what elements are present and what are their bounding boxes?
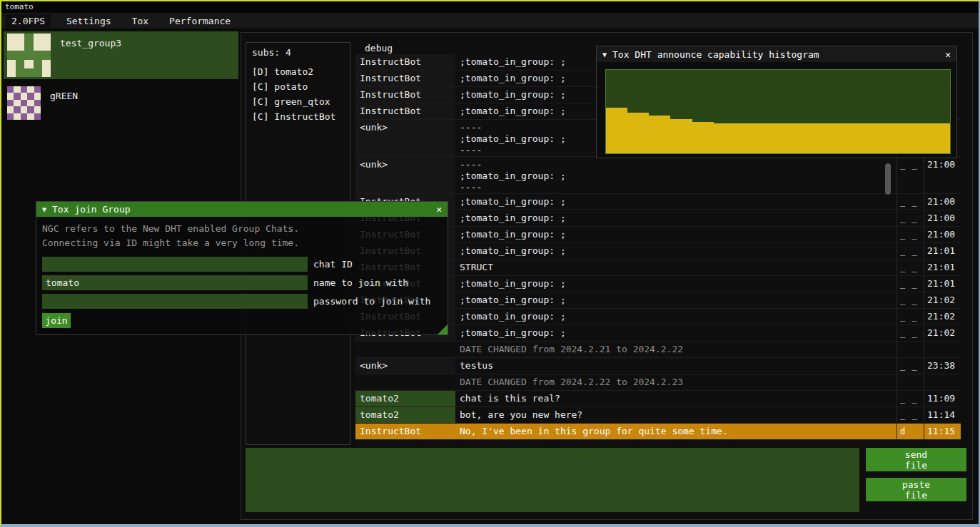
message-author: InstructBot xyxy=(355,54,455,70)
message-time: 11:09 xyxy=(924,391,961,406)
message-row[interactable]: InstructBot No, I've been in this group … xyxy=(355,424,961,440)
message-time: 21:01 xyxy=(924,243,961,259)
group-name: gREEN xyxy=(50,86,78,101)
date-row-flags-spacer xyxy=(896,342,924,357)
message-time: 21:01 xyxy=(924,260,961,275)
message-flags: _ _ xyxy=(896,227,924,242)
message-time: 11:15 xyxy=(924,424,961,439)
message-author: <unk> xyxy=(355,358,455,374)
message-row[interactable]: tomato2 bot, are you new here? _ _ 11:14 xyxy=(355,407,961,424)
message-flags: _ _ xyxy=(896,407,924,423)
message-author: tomato2 xyxy=(355,391,455,406)
date-row-flags-spacer xyxy=(896,374,924,390)
message-flags: _ _ xyxy=(896,276,924,292)
group-list-item[interactable]: test_group3 xyxy=(4,31,238,79)
histogram-bar xyxy=(735,123,757,153)
join-name-label: name to join with xyxy=(313,275,408,290)
subs-header: subs: 4 xyxy=(246,43,350,64)
histogram-bar xyxy=(670,119,692,153)
chat-scrollbar[interactable] xyxy=(885,163,891,195)
chat-id-label: chat ID xyxy=(313,257,353,272)
histogram-window-title: Tox DHT announce capability histogram xyxy=(612,49,939,60)
message-text: bot, are you new here? xyxy=(455,407,896,423)
message-time: 21:00 xyxy=(924,157,961,193)
histogram-bar xyxy=(864,123,886,153)
message-time: 21:00 xyxy=(924,194,961,210)
histogram-bar xyxy=(778,123,799,153)
histogram-bar xyxy=(799,123,821,153)
collapse-arrow-icon[interactable]: ▼ xyxy=(42,205,46,213)
window-title: tomato xyxy=(5,2,34,11)
histogram-bar xyxy=(757,123,778,153)
message-row[interactable]: <unk> testus _ _ 23:38 xyxy=(355,358,961,374)
subs-list-item[interactable]: [D] tomato2 xyxy=(246,64,350,79)
message-input[interactable] xyxy=(246,448,859,512)
collapse-arrow-icon[interactable]: ▼ xyxy=(602,51,607,58)
paste-file-button[interactable]: paste file xyxy=(866,478,966,501)
date-row-time-spacer xyxy=(924,342,961,357)
message-time: 21:02 xyxy=(924,309,961,324)
message-text: ;tomato_in_group: ; xyxy=(455,309,896,324)
message-time: 21:00 xyxy=(924,227,961,242)
message-author: InstructBot xyxy=(355,71,455,86)
join-window-titlebar[interactable]: ▼ Tox join Group ✕ xyxy=(36,202,448,217)
chat-id-input[interactable] xyxy=(42,257,308,272)
histogram-bar xyxy=(606,108,627,153)
group-avatar xyxy=(7,34,51,77)
message-row[interactable]: tomato2 chat is this real? _ _ 11:09 xyxy=(355,391,961,407)
message-text: ;tomato_in_group: ; xyxy=(455,325,896,341)
histogram-bar xyxy=(929,123,950,153)
join-password-input[interactable] xyxy=(42,294,308,309)
window-titlebar: tomato xyxy=(1,1,979,13)
histogram-bar xyxy=(886,123,907,153)
send-file-button[interactable]: send file xyxy=(866,448,966,471)
menu-performance[interactable]: Performance xyxy=(161,14,239,28)
message-flags: _ _ xyxy=(896,391,924,406)
date-row-spacer xyxy=(355,342,455,357)
message-text: testus xyxy=(455,358,896,374)
join-name-input[interactable]: tomato xyxy=(42,275,308,290)
message-author: InstructBot xyxy=(355,87,455,103)
message-text: ---- ;tomato_in_group: ; ---- xyxy=(455,157,896,193)
join-window-body: NGC refers to the New DHT enabled Group … xyxy=(36,217,448,328)
message-time: 21:02 xyxy=(924,325,961,341)
message-time: 11:14 xyxy=(924,407,961,423)
join-group-window: ▼ Tox join Group ✕ NGC refers to the New… xyxy=(36,201,448,335)
group-list-item[interactable]: gREEN xyxy=(4,84,238,122)
histogram-window: ▼ Tox DHT announce capability histogram … xyxy=(596,46,957,158)
group-avatar xyxy=(7,86,41,120)
group-name: test_group3 xyxy=(60,34,121,48)
message-flags: _ _ xyxy=(896,243,924,259)
message-text: No, I've been in this group for quite so… xyxy=(455,424,896,439)
app-window: tomato 2.0FPS Settings Tox Performance t… xyxy=(0,0,980,527)
message-time: 21:02 xyxy=(924,292,961,308)
subs-list-item[interactable]: [C] potato xyxy=(246,79,350,94)
join-note-line1: NGC refers to the New DHT enabled Group … xyxy=(42,222,442,236)
subs-list: [D] tomato2[C] potato[C] green_qtox[C] I… xyxy=(246,64,350,124)
message-text: STRUCT xyxy=(455,260,896,275)
histogram-bar xyxy=(627,113,649,153)
close-icon[interactable]: ✕ xyxy=(945,49,951,60)
resize-grip[interactable] xyxy=(438,324,448,334)
histogram-window-titlebar[interactable]: ▼ Tox DHT announce capability histogram … xyxy=(597,46,956,62)
menu-tox[interactable]: Tox xyxy=(123,14,157,28)
tab-debug[interactable]: debug xyxy=(365,43,393,53)
date-changed-row: DATE CHANGED from 2024.2.22 to 2024.2.23 xyxy=(355,374,961,391)
subs-list-item[interactable]: [C] green_qtox xyxy=(246,94,350,109)
join-button[interactable]: join xyxy=(42,313,71,328)
histogram-bar xyxy=(821,123,842,153)
group-list: test_group3 gREEN xyxy=(1,31,241,122)
menu-settings[interactable]: Settings xyxy=(58,14,120,28)
close-icon[interactable]: ✕ xyxy=(436,204,442,215)
subs-list-item[interactable]: [C] InstructBot xyxy=(246,109,350,124)
message-flags: _ _ xyxy=(896,325,924,341)
histogram-bars xyxy=(606,70,950,153)
date-changed-text: DATE CHANGED from 2024.2.22 to 2024.2.23 xyxy=(455,374,896,390)
histogram-bar xyxy=(842,123,864,153)
message-text: ;tomato_in_group: ; xyxy=(455,210,896,226)
message-text: ;tomato_in_group: ; xyxy=(455,243,896,259)
date-row-time-spacer xyxy=(924,374,961,390)
message-flags: _ _ xyxy=(896,260,924,275)
message-row[interactable]: <unk> ---- ;tomato_in_group: ; ---- _ _ … xyxy=(355,157,961,194)
message-text: ;tomato_in_group: ; xyxy=(455,292,896,308)
